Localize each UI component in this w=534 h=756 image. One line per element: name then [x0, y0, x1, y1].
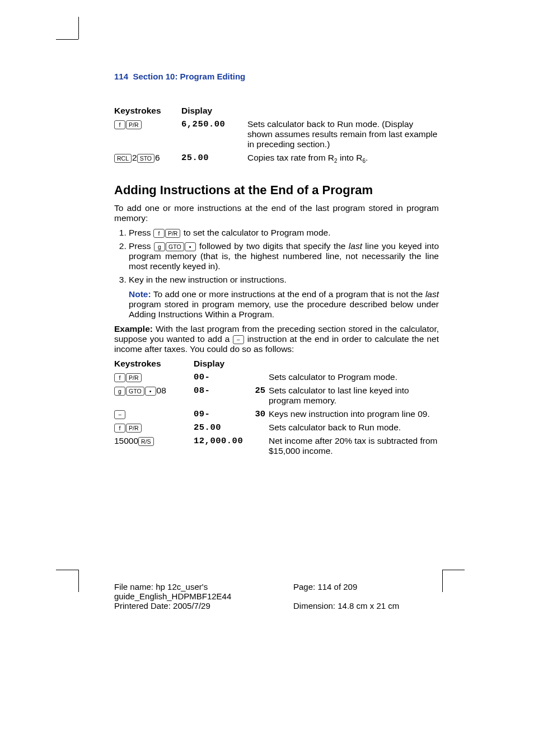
running-header: 114 Section 10: Program Editing	[114, 72, 439, 81]
key-dot: •	[185, 242, 196, 251]
key-gto: GTO	[166, 242, 184, 251]
table-cell-keys: fP/R	[114, 119, 181, 149]
key-minus: −	[233, 335, 244, 344]
table-cell-desc: Keys new instruction into program line 0…	[269, 409, 439, 419]
table-cell-keys: 15000R/S	[114, 436, 193, 456]
step-2: Press gGTO• followed by two digits that …	[129, 241, 439, 271]
table-cell-display: 08-	[194, 386, 250, 406]
key-g: g	[154, 242, 165, 251]
steps-list: Press fP/R to set the calculator to Prog…	[129, 228, 439, 320]
step-3: Key in the new instruction or instructio…	[129, 275, 439, 320]
key-pr: P/R	[126, 120, 142, 129]
desc-text: Copies tax rate from R	[247, 153, 334, 162]
table-cell-display: 09-	[194, 409, 250, 419]
key-gto: GTO	[126, 387, 144, 396]
col-header-display: Display	[181, 106, 247, 116]
key-minus: −	[114, 410, 125, 419]
note-text-italic: last	[425, 289, 439, 299]
table-cell-code: 30	[251, 409, 268, 419]
table-cell-display: 25.00	[181, 153, 247, 164]
key-sto: STO	[137, 154, 154, 163]
section-title: Section 10: Program Editing	[133, 72, 245, 81]
step-1: Press fP/R to set the calculator to Prog…	[129, 228, 439, 238]
page-content: 114 Section 10: Program Editing Keystrok…	[114, 72, 439, 456]
step-text: to set the calculator to Program mode.	[181, 228, 330, 237]
table-cell-code	[251, 372, 268, 382]
paragraph-intro: To add one or more instructions at the e…	[114, 203, 439, 223]
col-header-keystrokes: Keystrokes	[114, 106, 181, 116]
key-f: f	[153, 229, 165, 238]
footer-dimension: Dimension: 14.8 cm x 21 cm	[293, 601, 439, 611]
table-cell-code	[251, 422, 268, 433]
note-label: Note:	[129, 289, 151, 299]
key-f: f	[114, 373, 125, 382]
table-cell-keys: fP/R	[114, 372, 193, 382]
page-footer: File name: hp 12c_user's guide_English_H…	[114, 582, 439, 611]
table-cell-display: 25.00	[194, 422, 250, 433]
key-g: g	[114, 387, 125, 396]
step-text-italic: last	[349, 241, 362, 251]
table-cell-display: 00-	[194, 372, 250, 382]
step-text: Press	[129, 228, 153, 237]
table-cell-desc: Sets calculator to Program mode.	[269, 372, 439, 382]
desc-text: .	[366, 153, 368, 162]
example-paragraph: Example: With the last program from the …	[114, 324, 439, 354]
key-rcl: RCL	[114, 154, 132, 163]
col-header-display: Display	[194, 359, 250, 369]
note-paragraph: Note: To add one or more instructions at…	[129, 289, 439, 320]
table-cell-desc: Sets calculator back to Run mode.	[269, 422, 439, 433]
key-pr: P/R	[165, 229, 181, 238]
table-cell-display: 12,000.00	[194, 436, 250, 456]
desc-text: into R	[338, 153, 363, 162]
document-page: 114 Section 10: Program Editing Keystrok…	[0, 0, 534, 756]
table-cell-desc: Sets calculator to last line keyed into …	[269, 386, 439, 406]
key-f: f	[114, 120, 125, 129]
key-text: 15000	[114, 436, 138, 445]
step-text: Press	[129, 241, 154, 251]
key-dot: •	[145, 387, 156, 396]
key-text: 2	[132, 153, 137, 162]
table-cell-desc: Net income after 20% tax is subtracted f…	[269, 436, 439, 456]
keystroke-table-1: Keystrokes Display fP/R 6,250.00 Sets ca…	[114, 106, 439, 164]
table-cell-code: 25	[251, 386, 268, 406]
step-text: followed by two digits that specify the	[196, 241, 349, 251]
table-cell-keys: −	[114, 409, 193, 419]
footer-page: Page: 114 of 209	[293, 582, 439, 601]
footer-printed-date: Printered Date: 2005/7/29	[114, 601, 282, 611]
key-pr: P/R	[126, 373, 142, 382]
key-text: 08	[157, 386, 166, 395]
col-header-keystrokes: Keystrokes	[114, 359, 193, 369]
table-cell-keys: RCL2STO6	[114, 153, 181, 164]
table-cell-desc: Copies tax rate from R2 into R6.	[247, 153, 439, 164]
table-cell-display: 6,250.00	[181, 119, 247, 149]
table-cell-keys: fP/R	[114, 422, 193, 433]
key-f: f	[114, 424, 125, 433]
keystroke-table-2: Keystrokes Display fP/R 00- Sets calcula…	[114, 359, 439, 456]
table-cell-keys: gGTO•08	[114, 386, 193, 406]
key-pr: P/R	[126, 424, 142, 433]
example-label: Example:	[114, 324, 153, 334]
key-text: 6	[155, 153, 160, 162]
table-cell-desc: Sets calculator back to Run mode. (Displ…	[247, 119, 439, 149]
step-text: Key in the new instruction or instructio…	[129, 275, 287, 284]
note-text: program stored in program memory, use th…	[129, 299, 439, 319]
key-rs: R/S	[138, 437, 154, 446]
footer-filename: File name: hp 12c_user's guide_English_H…	[114, 582, 282, 601]
note-text: To add one or more instructions at the e…	[151, 289, 425, 299]
page-number: 114	[114, 72, 128, 81]
table-cell-code	[251, 436, 268, 456]
heading-adding-instructions: Adding Instructions at the End of a Prog…	[114, 183, 439, 198]
